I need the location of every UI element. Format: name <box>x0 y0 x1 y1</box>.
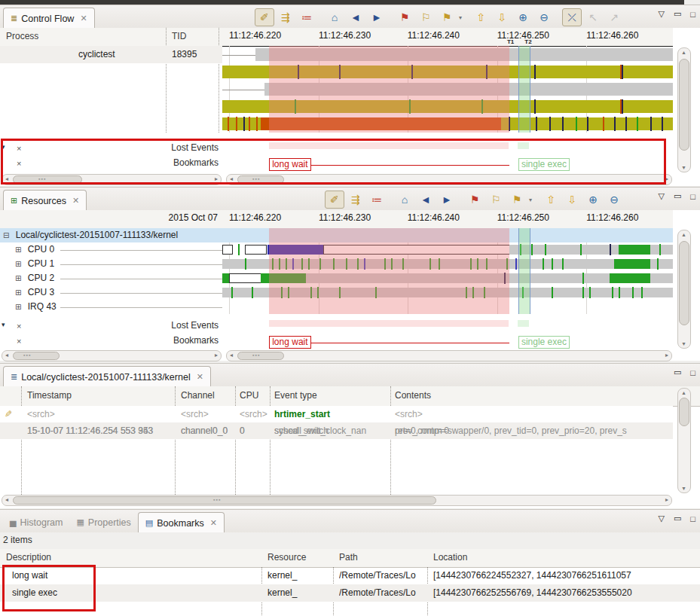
view-menu-icon[interactable]: ▽ <box>658 191 664 201</box>
next-marker-menu-caret[interactable]: ▾ <box>529 197 532 203</box>
expand-box-icon[interactable]: ⊞ <box>15 260 21 268</box>
minimize-icon[interactable]: ▭ <box>674 191 681 201</box>
align-views-icon[interactable]: ✐ <box>325 191 344 209</box>
remove-bookmark-icon[interactable]: ⚑ <box>465 191 484 209</box>
zoom-out-icon[interactable]: ⊖ <box>534 8 554 26</box>
close-icon[interactable]: ✕ <box>197 372 203 382</box>
tab-resources[interactable]: ⊞ Resources ✕ <box>3 190 87 211</box>
maximize-icon[interactable]: □ <box>690 368 695 377</box>
select-prev-process-icon[interactable]: ⇧ <box>541 191 561 209</box>
resource-tree-row[interactable]: ⊞ CPU 2 <box>0 271 222 285</box>
close-icon[interactable]: ✕ <box>80 14 87 23</box>
zoom-out-icon[interactable]: ⊖ <box>604 191 624 209</box>
bookmark-single-exec[interactable]: single exec <box>518 158 570 171</box>
close-icon[interactable]: ✕ <box>72 196 79 206</box>
bookmark-row[interactable]: long wait kernel_ /Remote/Traces/Lo [144… <box>0 567 700 584</box>
events-header[interactable]: Timestamp Channel CPU Event type Content… <box>0 386 700 407</box>
expand-box-icon[interactable]: ⊞ <box>15 245 21 254</box>
column-divider[interactable] <box>166 28 167 133</box>
events-vscrollbar[interactable]: ▲▼ <box>677 388 691 493</box>
search-channel-field[interactable]: <srch> <box>181 406 232 422</box>
tree-header[interactable]: Process TID <box>0 28 222 47</box>
col-path[interactable]: Path <box>339 552 358 563</box>
optimize-icon[interactable]: ⇶ <box>276 8 295 26</box>
bookmark-row[interactable]: single exec kernel_ /Remote/Traces/Lo [1… <box>0 584 700 602</box>
bookmark-single-exec[interactable]: single exec <box>518 336 570 349</box>
select-prev-state-change-icon[interactable]: ◄ <box>346 8 365 26</box>
maximize-icon[interactable]: □ <box>690 514 695 523</box>
zoom-in-icon[interactable]: ⊕ <box>583 191 603 209</box>
col-channel[interactable]: Channel <box>181 390 215 401</box>
collapse-box-icon[interactable]: ⊟ <box>3 231 9 239</box>
time-axis[interactable]: 11:12:46.22011:12:46.23011:12:46.24011:1… <box>222 28 673 47</box>
expand-box-icon[interactable]: ⊞ <box>15 274 21 282</box>
resource-tree-row[interactable]: ⊞ IRQ 43 <box>0 300 222 314</box>
time-axis[interactable]: 2015 Oct 07 11:12:46.22011:12:46.23011:1… <box>0 210 673 229</box>
bookmark-long-wait[interactable]: long wait <box>269 158 310 171</box>
expand-box-icon[interactable]: ⊞ <box>15 288 21 297</box>
state-rows-area[interactable] <box>222 46 673 133</box>
bookmark-long-wait[interactable]: long wait <box>269 336 310 349</box>
search-event-type-field[interactable]: hrtimer_start <box>274 406 387 422</box>
next-marker-icon[interactable]: ⚑ <box>437 8 457 26</box>
view-menu-icon[interactable]: ▽ <box>658 9 664 19</box>
bookmarks-header[interactable]: Description Resource Path Location <box>0 549 700 568</box>
minimize-icon[interactable]: ▭ <box>674 514 681 523</box>
show-legend-icon[interactable]: ≔ <box>297 8 316 26</box>
chart-hscrollbar[interactable]: ◂▪▪▪▸ <box>226 174 672 185</box>
select-next-state-change-icon[interactable]: ► <box>367 8 387 26</box>
bottom-tab[interactable]: ▤ Bookmarks ✕ <box>138 512 225 533</box>
select-next-process-icon[interactable]: ⇩ <box>562 191 582 209</box>
col-event-type[interactable]: Event type <box>274 390 317 401</box>
show-legend-icon[interactable]: ≔ <box>367 191 387 209</box>
col-description[interactable]: Description <box>6 552 51 563</box>
events-hscrollbar[interactable]: ◂▪▪▪▸ <box>2 495 672 506</box>
select-next-process-icon[interactable]: ⇩ <box>492 8 512 26</box>
events-search-row[interactable]: ✎ <srch> <srch> <srch> hrtimer_start <sr… <box>0 406 673 422</box>
optimize-icon[interactable]: ⇶ <box>346 191 365 209</box>
col-tid[interactable]: TID <box>172 31 186 41</box>
tree-hscrollbar[interactable]: ◂▪▪▪▸ <box>2 174 222 185</box>
next-marker-menu-caret[interactable]: ▾ <box>459 14 462 21</box>
column-divider[interactable] <box>219 28 219 133</box>
resources-chart[interactable] <box>222 228 673 314</box>
tree-hscrollbar[interactable]: ◂▪▪▪▸ <box>2 350 222 361</box>
search-cpu-field[interactable]: <srch> <box>240 406 268 422</box>
maximize-icon[interactable]: □ <box>690 192 695 201</box>
search-timestamp-field[interactable]: <srch> <box>27 406 170 422</box>
zoom-in-icon[interactable]: ⊕ <box>513 8 533 26</box>
minimize-icon[interactable]: ▭ <box>674 9 681 19</box>
tab-events-table[interactable]: ≣ Local/cyclictest-20151007-111133/kerne… <box>3 366 211 387</box>
chart-vscrollbar[interactable]: ▲▼ <box>677 47 691 172</box>
previous-marker-icon[interactable]: ⚐ <box>416 8 436 26</box>
resource-tree-row[interactable]: ⊞ CPU 1 <box>0 257 222 271</box>
previous-marker-icon[interactable]: ⚐ <box>486 191 506 209</box>
bottom-tab[interactable]: ▦ Properties <box>69 512 137 532</box>
col-location[interactable]: Location <box>433 552 467 563</box>
close-icon[interactable]: ✕ <box>210 518 217 528</box>
next-marker-icon[interactable]: ⚑ <box>507 191 527 209</box>
select-next-state-change-icon[interactable]: ► <box>437 191 457 209</box>
search-contents-field[interactable]: <srch> <box>395 406 666 422</box>
select-prev-process-icon[interactable]: ⇧ <box>471 8 491 26</box>
align-views-icon[interactable]: ✐ <box>255 8 274 26</box>
chart-vscrollbar[interactable]: ▲▼ <box>677 230 691 349</box>
col-timestamp[interactable]: Timestamp <box>27 390 72 401</box>
tab-control-flow[interactable]: ≣ Control Flow ✕ <box>3 8 95 29</box>
follow-arrow-forward-icon[interactable]: ↗ <box>604 8 624 26</box>
expand-box-icon[interactable]: ⊞ <box>15 303 21 311</box>
process-tree-row[interactable]: cyclictest 18395 <box>0 46 222 63</box>
follow-arrow-backward-icon[interactable]: ↖ <box>583 8 603 26</box>
col-cpu[interactable]: CPU <box>240 390 258 401</box>
minimize-icon[interactable]: ▭ <box>674 367 681 377</box>
reset-zoom-home-icon[interactable]: ⌂ <box>395 191 414 209</box>
resource-tree-row[interactable]: ⊞ CPU 0 <box>0 242 222 257</box>
resource-tree-row[interactable]: ⊞ CPU 3 <box>0 285 222 300</box>
col-resource[interactable]: Resource <box>267 552 306 563</box>
remove-bookmark-icon[interactable]: ⚑ <box>395 8 414 26</box>
maximize-icon[interactable]: □ <box>690 10 695 19</box>
trace-row[interactable]: ⊟ Local/cyclictest-20151007-111133/kerne… <box>0 228 222 242</box>
col-process[interactable]: Process <box>6 31 38 41</box>
hide-arrows-icon[interactable]: ⤫ <box>562 8 582 26</box>
bottom-tab[interactable]: ▅ Histogram <box>3 512 69 532</box>
